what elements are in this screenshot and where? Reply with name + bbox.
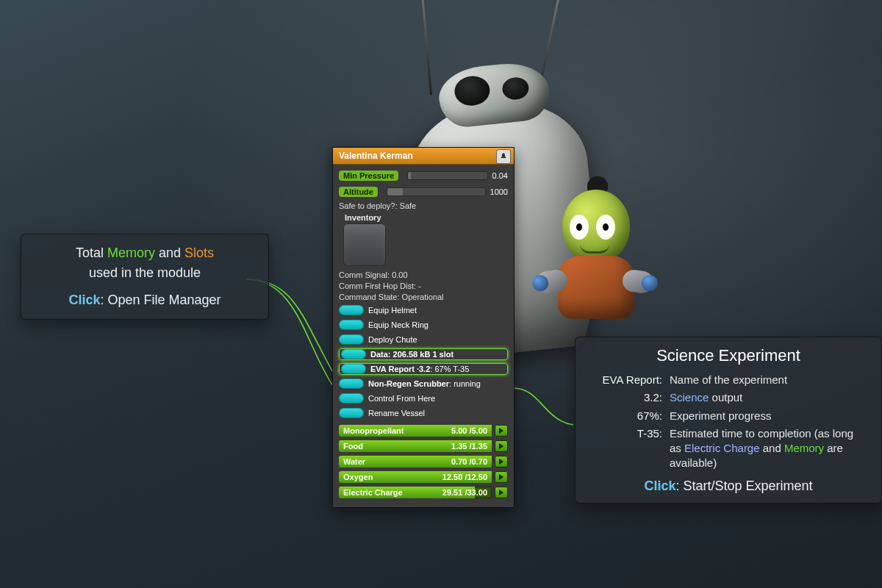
def-val: Estimated time to completion (as long as… [670, 426, 868, 471]
command-state: Command State: Operational [339, 293, 508, 301]
science-word: Science [670, 391, 709, 404]
altitude-label: Altitude [339, 187, 378, 197]
resource-value: 29.51 /33.00 [442, 487, 487, 498]
resource-toggle-button[interactable] [495, 456, 508, 467]
action-scrubber[interactable]: Non-Regen Scrubber: running [339, 377, 508, 390]
resource-value: 12.50 /12.50 [442, 471, 487, 483]
toggle-icon [341, 349, 366, 359]
click-word: Click [644, 478, 675, 493]
slider-fill [387, 188, 403, 196]
kerbal-panel: Valentina Kerman Min Pressure 0.04 Altit… [332, 147, 514, 508]
action-label: Non-Regen Scrubber: running [368, 379, 481, 388]
callout-line: used in the module [35, 263, 255, 283]
callout-title: Science Experiment [589, 346, 868, 365]
min-pressure-slider[interactable] [407, 171, 487, 180]
resource-value: 0.70 /0.70 [451, 456, 487, 467]
resource-label: Electric Charge [343, 487, 403, 498]
callout-file-manager: Total Memory and Slots used in the modul… [21, 234, 269, 320]
resource-water: Water 0.70 /0.70 [339, 455, 508, 468]
resource-food: Food 1.35 /1.35 [339, 440, 508, 453]
altitude-value: 1000 [490, 187, 508, 196]
play-icon [498, 474, 504, 480]
resource-bar: Oxygen 12.50 /12.50 [339, 471, 492, 483]
def-key: 3.2: [589, 390, 662, 405]
comm-hop: Comm First Hop Dist: - [339, 282, 508, 290]
altitude-slider[interactable] [387, 187, 486, 196]
electric-charge-word: Electric Charge [684, 442, 760, 454]
resource-toggle-button[interactable] [495, 487, 508, 498]
toggle-icon [339, 393, 364, 404]
pin-icon [499, 152, 508, 161]
def-val: Name of the experiment [670, 373, 868, 387]
def-key: EVA Report: [589, 373, 662, 387]
memory-word: Memory [784, 442, 824, 454]
resource-value: 5.00 /5.00 [451, 425, 487, 437]
altitude-row[interactable]: Altitude 1000 [339, 185, 508, 198]
callout-click-line: Click: Start/Stop Experiment [589, 478, 868, 494]
play-icon [498, 490, 504, 495]
action-rename-vessel[interactable]: Rename Vessel [339, 406, 508, 420]
action-eva-report[interactable]: EVA Report ·3.2: 67% T-35 [339, 362, 508, 376]
resource-monopropellant: Monopropellant 5.00 /5.00 [339, 424, 508, 437]
def-val: Experiment progress [670, 409, 868, 423]
action-equip-neck-ring[interactable]: Equip Neck Ring [339, 318, 508, 331]
panel-titlebar[interactable]: Valentina Kerman [333, 148, 514, 165]
action-data-file-manager[interactable]: Data: 206.58 kB 1 slot [339, 348, 508, 361]
min-pressure-label: Min Pressure [339, 171, 398, 181]
slots-word: Slots [184, 245, 214, 260]
action-label: EVA Report ·3.2: 67% T-35 [370, 365, 469, 373]
toggle-icon [339, 305, 364, 315]
memory-word: Memory [107, 245, 155, 260]
resource-bar: Electric Charge 29.51 /33.00 [339, 487, 492, 498]
inventory-slot[interactable] [343, 223, 386, 266]
action-label: Data: 206.58 kB 1 slot [370, 350, 453, 359]
pin-button[interactable] [496, 149, 511, 164]
click-word: Click [68, 293, 100, 307]
toggle-icon [339, 334, 364, 345]
action-label: Equip Neck Ring [368, 320, 429, 329]
play-icon [498, 443, 504, 449]
action-label: Control From Here [368, 394, 435, 403]
resource-bar: Food 1.35 /1.35 [339, 440, 492, 452]
toggle-icon [339, 408, 364, 418]
resource-label: Monopropellant [343, 425, 404, 437]
toggle-icon [339, 379, 364, 389]
callout-line: Total Memory and Slots [35, 243, 255, 263]
resource-label: Oxygen [343, 471, 373, 483]
toggle-icon [341, 364, 366, 374]
resource-oxygen: Oxygen 12.50 /12.50 [339, 470, 508, 484]
resource-label: Food [343, 440, 363, 452]
play-icon [498, 459, 504, 465]
min-pressure-row[interactable]: Min Pressure 0.04 [339, 169, 508, 182]
slider-fill [408, 172, 411, 179]
action-equip-helmet[interactable]: Equip Helmet [339, 304, 508, 317]
action-label: Deploy Chute [368, 335, 417, 344]
panel-title: Valentina Kerman [339, 151, 413, 161]
callout-click-line: Click: Open File Manager [35, 290, 255, 310]
action-deploy-chute[interactable]: Deploy Chute [339, 333, 508, 346]
resource-toggle-button[interactable] [495, 440, 508, 452]
resource-toggle-button[interactable] [495, 425, 508, 437]
inventory-title: Inventory [345, 213, 508, 222]
def-key: T-35: [589, 426, 662, 471]
play-icon [498, 428, 504, 434]
action-label: Equip Helmet [368, 306, 417, 315]
toggle-icon [339, 320, 364, 330]
action-control-from-here[interactable]: Control From Here [339, 392, 508, 405]
comm-signal: Comm Signal: 0.00 [339, 270, 508, 279]
game-scene: Total Memory and Slots used in the modul… [0, 0, 882, 588]
action-label: Rename Vessel [368, 409, 425, 417]
callout-experiment: Science Experiment EVA Report: Name of t… [575, 337, 882, 503]
def-key: 67%: [589, 409, 662, 423]
resource-toggle-button[interactable] [495, 471, 508, 483]
resource-bar: Water 0.70 /0.70 [339, 456, 492, 467]
safe-to-deploy: Safe to deploy?: Safe [339, 201, 508, 210]
resource-label: Water [343, 456, 365, 467]
resource-bar: Monopropellant 5.00 /5.00 [339, 425, 492, 437]
resource-value: 1.35 /1.35 [451, 440, 487, 452]
min-pressure-value: 0.04 [492, 171, 508, 180]
resource-electric-charge: Electric Charge 29.51 /33.00 [339, 486, 508, 499]
def-val: Science output [670, 390, 868, 405]
